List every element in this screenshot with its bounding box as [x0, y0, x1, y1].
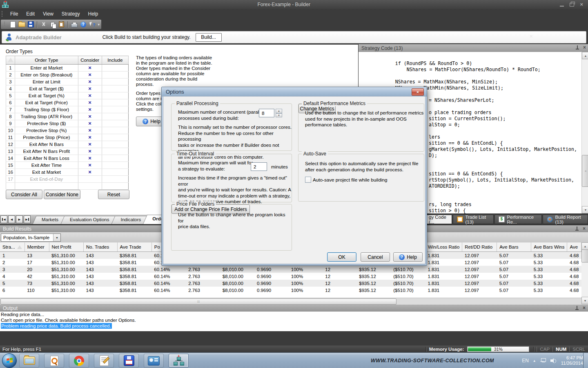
consider-mark[interactable]: × — [78, 120, 102, 127]
tab-evaluation-options[interactable]: Evaluation Options — [62, 216, 117, 224]
timeout-minutes-field[interactable]: 2 — [251, 162, 267, 171]
menu-grip[interactable] — [2, 11, 4, 17]
taskbar-explorer-icon[interactable] — [19, 354, 39, 368]
tab-performance[interactable]: Performance Re... — [494, 215, 542, 224]
results-horizontal-scrollbar[interactable]: ⁞⁞⁞ — [0, 298, 581, 305]
context-help-icon[interactable]: ? — [89, 21, 96, 28]
toolbar-grip[interactable] — [4, 22, 6, 27]
column-header[interactable]: Ret/DD Ratio — [462, 242, 497, 252]
result-row[interactable]: 573$51,310.00143$358.8160.14%2.763$8,010… — [0, 280, 581, 287]
consider-mark[interactable]: × — [78, 148, 102, 155]
column-header[interactable]: Win/Loss Ratio — [425, 242, 462, 252]
paste-icon[interactable] — [58, 21, 65, 28]
include-mark[interactable] — [102, 162, 128, 169]
include-mark[interactable] — [102, 113, 128, 120]
scroll-thumb[interactable]: ⁞⁞⁞ — [0, 298, 396, 305]
order-type-row[interactable]: 11Protective Stop (Price)× — [6, 134, 129, 141]
column-header[interactable]: Member — [24, 242, 49, 252]
include-mark[interactable] — [102, 79, 128, 85]
include-mark[interactable] — [102, 65, 128, 72]
include-mark[interactable] — [102, 72, 128, 79]
consider-mark[interactable] — [78, 176, 102, 183]
consider-mark[interactable]: × — [78, 99, 102, 106]
banner-close-icon[interactable]: × — [530, 33, 533, 39]
order-type-row[interactable]: 17Exit End-of-Day — [6, 176, 129, 183]
include-mark[interactable] — [102, 127, 128, 134]
order-type-row[interactable]: 7Trailing Stop ($ Floor)× — [6, 106, 129, 113]
scroll-down-icon[interactable]: ▼ — [582, 206, 588, 213]
consider-mark[interactable]: × — [78, 141, 102, 148]
spin-down-icon[interactable]: ▼ — [276, 113, 282, 118]
order-type-row[interactable]: 15Exit After Time× — [6, 162, 129, 169]
copy-icon[interactable] — [49, 21, 56, 28]
consider-mark[interactable]: × — [78, 113, 102, 120]
build-button[interactable]: Build... — [196, 33, 222, 42]
taskbar-control-panel-icon[interactable] — [144, 354, 164, 368]
dialog-close-icon[interactable]: × — [412, 88, 424, 96]
pin-icon[interactable] — [575, 227, 579, 231]
consider-mark[interactable]: × — [78, 127, 102, 134]
result-row[interactable]: 320$51,310.00143$358.8160.14%2.763$8,010… — [0, 266, 581, 273]
order-type-row[interactable]: 3Enter at Limit× — [6, 79, 129, 85]
include-mark[interactable] — [102, 106, 128, 113]
dialog-help-button[interactable]: ? Help — [393, 252, 423, 262]
toolbar-overflow-icon[interactable]: ▾ — [98, 22, 100, 27]
order-type-row[interactable]: 2Enter on Stop (Breakout)× — [6, 72, 129, 79]
column-header[interactable]: Ave — [567, 242, 581, 252]
last-tab-icon[interactable]: ▶ — [24, 215, 31, 223]
pin-icon[interactable] — [576, 45, 579, 50]
tab-build-report[interactable]: Build Report (13) — [543, 215, 588, 224]
clock[interactable]: 6:47 PM 11/26/2014 — [561, 355, 583, 366]
column-header[interactable]: Net Profit — [49, 242, 83, 252]
order-type-row[interactable]: 12Exit After N Bars× — [6, 141, 129, 148]
scroll-down-icon[interactable]: ▼ — [581, 297, 588, 304]
include-mark[interactable] — [102, 99, 128, 106]
code-scrollbar[interactable]: ▲ ≡ ▼ — [581, 52, 588, 213]
order-type-row[interactable]: 16Exit at Market× — [6, 169, 129, 176]
help-icon[interactable]: ? — [80, 21, 87, 28]
reset-button[interactable]: Reset — [98, 190, 129, 199]
close-panel-icon[interactable]: × — [583, 306, 586, 310]
consider-mark[interactable]: × — [78, 85, 102, 92]
order-type-row[interactable]: 14Exit After N Bars Loss× — [6, 155, 129, 162]
close-panel-icon[interactable]: × — [583, 45, 586, 50]
cut-icon[interactable] — [40, 21, 47, 28]
column-header[interactable]: Ave Trade — [117, 242, 151, 252]
include-mark[interactable] — [102, 85, 128, 92]
close-panel-icon[interactable]: × — [583, 227, 586, 231]
taskbar-save-tool-icon[interactable] — [119, 354, 139, 368]
pin-icon[interactable] — [575, 306, 579, 310]
dialog-titlebar[interactable]: Options — [162, 87, 427, 96]
order-type-row[interactable]: 6Exit at Target (Price)× — [6, 99, 129, 106]
consider-none-button[interactable]: Consider None — [44, 190, 80, 199]
print-icon[interactable] — [71, 21, 78, 28]
speaker-icon[interactable] — [550, 358, 557, 364]
order-type-row[interactable]: 10Protective Stop (%)× — [6, 127, 129, 134]
consider-mark[interactable]: × — [78, 155, 102, 162]
corner-sort-icon[interactable] — [6, 56, 15, 65]
column-header[interactable]: Ave Bars — [497, 242, 531, 252]
cancel-button[interactable]: Cancel — [361, 252, 390, 262]
consider-all-button[interactable]: Consider All — [6, 190, 42, 199]
first-tab-icon[interactable]: ◀ — [0, 215, 7, 223]
menu-item-edit[interactable]: Edit — [22, 9, 39, 18]
menu-item-view[interactable]: View — [39, 9, 58, 18]
network-icon[interactable] — [540, 358, 546, 364]
consider-mark[interactable]: × — [78, 169, 102, 176]
spin-up-icon[interactable]: ▲ — [276, 109, 282, 113]
auto-save-checkbox[interactable] — [305, 177, 311, 183]
open-file-icon[interactable] — [18, 21, 26, 28]
taskbar-editor-icon[interactable] — [94, 354, 114, 368]
consider-mark[interactable]: × — [78, 65, 102, 72]
start-button[interactable] — [2, 353, 17, 368]
order-type-row[interactable]: 1Enter at Market× — [6, 65, 129, 72]
taskbar-search-icon[interactable] — [44, 354, 64, 368]
consider-mark[interactable]: × — [78, 106, 102, 113]
consider-mark[interactable]: × — [78, 72, 102, 79]
include-mark[interactable] — [102, 141, 128, 148]
scroll-thumb[interactable]: ≡ — [582, 155, 588, 187]
close-icon[interactable]: × — [580, 2, 583, 7]
column-header[interactable]: Stra... — [0, 242, 24, 252]
tray-expand-icon[interactable]: ▲ — [533, 359, 536, 363]
scroll-thumb[interactable] — [581, 249, 588, 263]
